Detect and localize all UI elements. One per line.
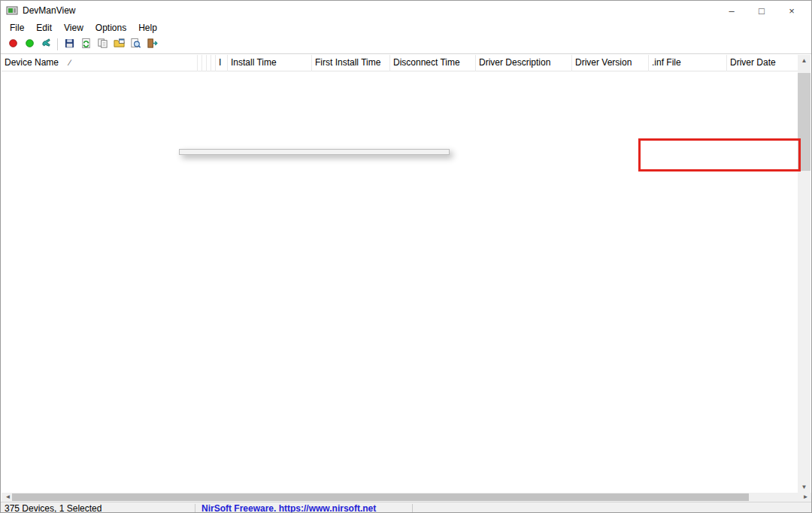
close-button[interactable]: × bbox=[777, 5, 807, 17]
col-driver-version-label: Driver Version bbox=[575, 57, 632, 68]
annotation-rectangle bbox=[638, 138, 801, 172]
sort-ascending-icon: ∕ bbox=[69, 58, 71, 67]
col-i-label: I bbox=[219, 57, 221, 68]
find-icon bbox=[130, 38, 141, 51]
maximize-button[interactable]: □ bbox=[747, 5, 777, 17]
title-bar: DevManView – □ × bbox=[1, 1, 811, 20]
exit-button[interactable] bbox=[144, 37, 160, 52]
toolbar-separator bbox=[57, 38, 58, 50]
scroll-up-arrow[interactable]: ▲ bbox=[798, 55, 810, 66]
scroll-down-arrow[interactable]: ▼ bbox=[798, 481, 810, 493]
table-header: Device Name∕IInstall TimeFirst Install T… bbox=[2, 55, 798, 71]
menubar-item-edit[interactable]: Edit bbox=[30, 21, 58, 35]
col-install-time[interactable]: Install Time bbox=[227, 55, 311, 71]
menubar-item-help[interactable]: Help bbox=[132, 21, 163, 35]
toolbar bbox=[1, 35, 811, 54]
refresh-icon bbox=[80, 38, 92, 51]
nirsoft-link[interactable]: NirSoft Freeware. https://www.nirsoft.ne… bbox=[195, 503, 412, 513]
window-title: DevManView bbox=[23, 5, 75, 16]
refresh-button[interactable] bbox=[77, 37, 94, 52]
find-button[interactable] bbox=[127, 37, 144, 52]
menubar-item-options[interactable]: Options bbox=[89, 21, 132, 35]
col-driver-date[interactable]: Driver Date bbox=[726, 55, 798, 71]
menubar-item-view[interactable]: View bbox=[58, 21, 89, 35]
col-inf-file-label: .inf File bbox=[652, 57, 681, 68]
col-device-name[interactable]: Device Name∕ bbox=[2, 55, 197, 71]
context-menu bbox=[179, 149, 450, 155]
col-device-name-label: Device Name bbox=[5, 57, 59, 68]
enable-device-icon bbox=[25, 38, 35, 50]
col-disconnect-time[interactable]: Disconnect Time bbox=[389, 55, 475, 71]
col-driver-version[interactable]: Driver Version bbox=[571, 55, 648, 71]
col-disconnect-time-label: Disconnect Time bbox=[393, 57, 460, 68]
status-bar: 375 Devices, 1 Selected NirSoft Freeware… bbox=[1, 502, 811, 513]
menu-bar: FileEditViewOptionsHelp bbox=[1, 20, 811, 35]
col-install-time-label: Install Time bbox=[231, 57, 277, 68]
properties-icon bbox=[114, 38, 125, 51]
app-icon bbox=[6, 5, 18, 17]
col-i[interactable]: I bbox=[215, 55, 227, 71]
save-button[interactable] bbox=[61, 37, 77, 52]
disable-enable-device-icon bbox=[41, 38, 52, 51]
horizontal-scroll-thumb[interactable] bbox=[12, 493, 749, 501]
status-divider bbox=[412, 504, 413, 513]
disable-enable-device-button[interactable] bbox=[38, 37, 54, 52]
col-inf-file[interactable]: .inf File bbox=[648, 55, 726, 71]
window-controls: – □ × bbox=[717, 1, 807, 20]
enable-device-button[interactable] bbox=[21, 37, 38, 52]
exit-icon bbox=[147, 38, 158, 51]
save-icon bbox=[64, 38, 75, 51]
devmanview-window: DevManView – □ × FileEditViewOptionsHelp… bbox=[0, 0, 812, 513]
disable-device-icon bbox=[8, 38, 18, 50]
scroll-right-arrow[interactable]: ► bbox=[799, 493, 812, 502]
horizontal-scrollbar[interactable]: ◄ ► bbox=[2, 493, 812, 502]
menubar-item-file[interactable]: File bbox=[4, 21, 30, 35]
minimize-button[interactable]: – bbox=[717, 5, 747, 17]
status-device-count: 375 Devices, 1 Selected bbox=[1, 503, 195, 513]
copy-icon bbox=[97, 38, 108, 51]
col-driver-date-label: Driver Date bbox=[730, 57, 776, 68]
col-driver-description-label: Driver Description bbox=[479, 57, 550, 68]
disable-device-button[interactable] bbox=[5, 37, 21, 52]
vertical-scrollbar[interactable]: ▲ ▼ bbox=[798, 55, 810, 493]
copy-button[interactable] bbox=[94, 37, 111, 52]
col-first-install-time-label: First Install Time bbox=[315, 57, 380, 68]
properties-button[interactable] bbox=[111, 37, 127, 52]
col-driver-description[interactable]: Driver Description bbox=[475, 55, 571, 71]
device-table bbox=[2, 71, 798, 493]
col-first-install-time[interactable]: First Install Time bbox=[311, 55, 389, 71]
